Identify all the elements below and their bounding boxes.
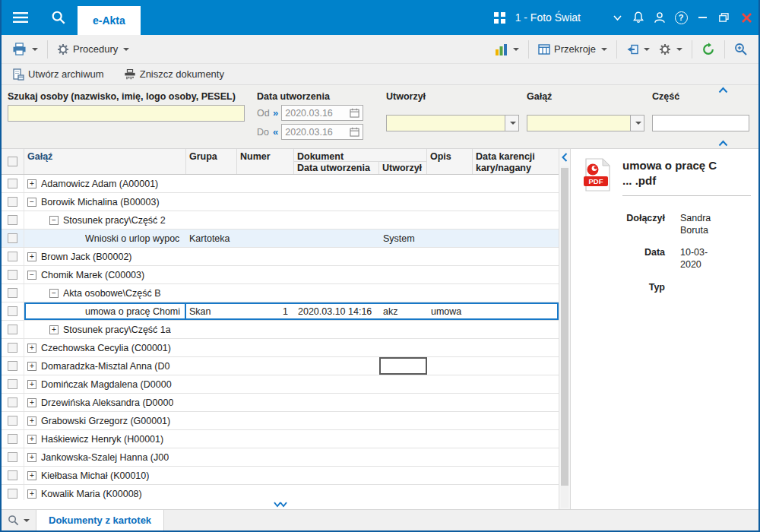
cell-utworzyl[interactable] — [379, 193, 427, 211]
row-content[interactable]: + Adamowicz Adam (A00001) — [24, 175, 559, 192]
cell-galaz[interactable]: − Borowik Michalina (B00003) — [24, 193, 186, 211]
cell-data-utworzenia[interactable] — [294, 375, 379, 393]
cell-opis[interactable] — [427, 430, 473, 448]
table-row[interactable]: + Kowalik Maria (K00008) — [2, 485, 559, 500]
row-checkbox[interactable] — [2, 321, 24, 338]
galaz-combobox[interactable] — [527, 115, 644, 131]
row-checkbox[interactable] — [2, 211, 24, 229]
row-checkbox[interactable] — [2, 430, 24, 448]
cell-galaz[interactable]: − Akta osobowe\Część B — [24, 284, 186, 302]
help-button[interactable]: ? — [670, 0, 692, 35]
row-checkbox[interactable] — [2, 284, 24, 302]
cell-grupa[interactable] — [186, 339, 237, 356]
utworz-archiwum-button[interactable]: Utwórz archiwum — [8, 65, 109, 84]
tree-expander[interactable]: + — [27, 398, 36, 407]
collapse-filter-panel-button[interactable] — [714, 85, 731, 95]
tree-expander[interactable]: + — [27, 489, 36, 499]
cell-data-karencji[interactable] — [473, 448, 559, 466]
cell-data-karencji[interactable] — [473, 467, 559, 484]
collapse-preview-button[interactable] — [559, 149, 570, 166]
import-button[interactable] — [622, 41, 654, 58]
tree-expander[interactable]: + — [49, 325, 59, 334]
row-checkbox[interactable] — [2, 448, 24, 466]
cell-opis[interactable] — [427, 357, 473, 375]
date-to-field[interactable]: 2020.03.16 — [281, 124, 363, 140]
tree-expander[interactable]: + — [27, 362, 36, 371]
cell-data-karencji[interactable] — [473, 230, 559, 247]
cell-galaz[interactable]: + Czechowska Cecylia (C00001) — [24, 339, 186, 356]
select-all-checkbox[interactable] — [2, 149, 24, 174]
zniszcz-dokumenty-button[interactable]: Zniszcz dokumenty — [119, 65, 229, 84]
cell-data-karencji[interactable] — [473, 302, 559, 320]
cell-data-utworzenia[interactable] — [294, 430, 379, 448]
cell-opis[interactable] — [427, 485, 473, 500]
cell-utworzyl[interactable] — [379, 375, 427, 393]
table-row[interactable]: umowa o pracę Chomi Skan 1 2020.03.10 14… — [2, 302, 559, 321]
cell-grupa[interactable] — [186, 430, 237, 448]
cell-galaz[interactable]: − Chomik Marek (C00003) — [24, 266, 186, 283]
table-row[interactable]: + Brown Jack (B00002) — [2, 248, 559, 266]
cell-opis[interactable] — [427, 467, 473, 484]
table-row[interactable]: − Stosunek pracy\Część 2 — [2, 211, 559, 230]
row-checkbox[interactable] — [2, 302, 24, 320]
tab-dokumenty-z-kartotek[interactable]: Dokumenty z kartotek — [36, 510, 164, 530]
cell-grupa[interactable] — [186, 266, 237, 283]
cell-opis[interactable] — [427, 211, 473, 229]
cell-numer[interactable] — [237, 394, 294, 411]
cell-numer[interactable] — [237, 339, 294, 356]
cell-grupa[interactable] — [186, 357, 237, 375]
cell-data-karencji[interactable] — [473, 211, 559, 229]
row-checkbox[interactable] — [2, 193, 24, 211]
bottom-search-tool-button[interactable] — [2, 510, 36, 530]
advanced-search-button[interactable] — [730, 40, 752, 59]
cell-utworzyl[interactable] — [379, 266, 427, 283]
cell-opis[interactable] — [427, 375, 473, 393]
cell-grupa[interactable] — [186, 284, 237, 302]
przekroje-button[interactable]: Przekroje — [534, 40, 612, 58]
tree-expander[interactable]: + — [27, 179, 36, 188]
tree-expander[interactable]: + — [27, 435, 36, 444]
row-checkbox[interactable] — [2, 230, 24, 247]
row-checkbox[interactable] — [2, 467, 24, 484]
row-checkbox[interactable] — [2, 375, 24, 393]
table-row[interactable]: + Adamowicz Adam (A00001) — [2, 175, 559, 193]
cell-data-karencji[interactable] — [473, 266, 559, 283]
column-header-dokument[interactable]: Dokument — [294, 149, 426, 162]
cell-opis[interactable] — [427, 284, 473, 302]
table-row[interactable]: − Chomik Marek (C00003) — [2, 266, 559, 284]
cell-utworzyl[interactable] — [379, 339, 427, 356]
search-person-input[interactable] — [8, 105, 245, 122]
cell-data-karencji[interactable] — [473, 430, 559, 448]
cell-data-utworzenia[interactable] — [294, 412, 379, 429]
global-search-button[interactable] — [40, 0, 78, 35]
cell-galaz[interactable]: + Adamowicz Adam (A00001) — [24, 175, 186, 192]
cell-grupa[interactable] — [186, 375, 237, 393]
cell-opis[interactable] — [427, 248, 473, 265]
cell-grupa[interactable] — [186, 321, 237, 338]
cell-data-utworzenia[interactable] — [294, 266, 379, 283]
cell-grupa[interactable] — [186, 485, 237, 500]
cell-opis[interactable] — [427, 321, 473, 338]
cell-data-utworzenia[interactable] — [294, 211, 379, 229]
cell-numer[interactable] — [237, 485, 294, 500]
row-content[interactable]: + Domińczak Magdalena (D0000 — [24, 375, 559, 393]
tree-expander[interactable]: + — [27, 380, 36, 389]
combo-dropdown-button[interactable] — [505, 116, 518, 131]
row-content[interactable]: − Chomik Marek (C00003) — [24, 266, 559, 283]
cell-data-karencji[interactable] — [473, 357, 559, 375]
cell-data-karencji[interactable] — [473, 375, 559, 393]
tree-expander[interactable]: + — [27, 416, 36, 426]
row-content[interactable]: + Grabowski Grzegorz (G00001) — [24, 412, 559, 429]
cell-utworzyl[interactable] — [379, 211, 427, 229]
column-header-data-karencji[interactable]: Data karencji kary/nagany — [473, 149, 559, 174]
scrollbar-thumb[interactable] — [561, 168, 568, 486]
cell-grupa[interactable] — [186, 211, 237, 229]
cell-data-utworzenia[interactable]: 2020.03.10 14:16 — [294, 302, 379, 320]
analyses-chart-button[interactable] — [490, 40, 524, 59]
table-row[interactable]: + Drzewińska Aleksandra (D0000 — [2, 394, 559, 412]
cell-grupa[interactable] — [186, 193, 237, 211]
cell-grupa[interactable] — [186, 175, 237, 192]
column-header-grupa[interactable]: Grupa — [186, 149, 237, 174]
cell-galaz[interactable]: + Domińczak Magdalena (D0000 — [24, 375, 186, 393]
table-row[interactable]: − Borowik Michalina (B00003) — [2, 193, 559, 211]
